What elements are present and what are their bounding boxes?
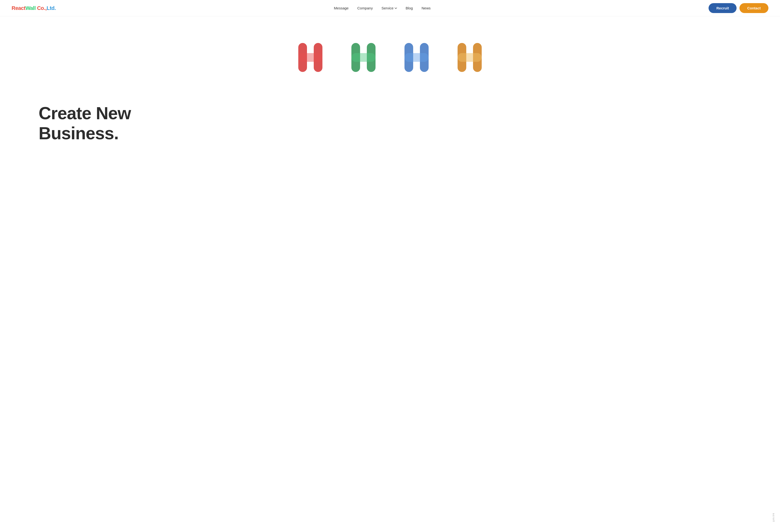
orange-bar-horiz <box>457 53 482 62</box>
main-content: Create New Business. <box>0 16 780 158</box>
chevron-down-icon <box>395 7 397 9</box>
contact-button[interactable]: Contact <box>739 3 768 13</box>
nav-message[interactable]: Message <box>334 6 349 10</box>
hero-line1: Create New <box>39 104 131 123</box>
logo-react: React <box>12 5 26 11</box>
blue-bar-horiz <box>404 53 429 62</box>
nav-news[interactable]: News <box>422 6 431 10</box>
hero-heading: Create New Business. <box>39 103 131 143</box>
green-h-icon <box>347 41 380 74</box>
logo-co: Co., <box>37 5 47 11</box>
logo-ltd: Ltd. <box>47 5 56 11</box>
red-bar-horiz <box>298 53 323 62</box>
logo-wall: Wall <box>26 5 36 11</box>
header-buttons: Recruit Contact <box>709 3 768 13</box>
green-bar-horiz <box>351 53 376 62</box>
icon-row <box>29 16 751 94</box>
header: ReactWall Co.,Ltd. Message Company Servi… <box>0 0 780 16</box>
nav-blog[interactable]: Blog <box>406 6 413 10</box>
red-h-icon <box>293 41 327 74</box>
hero-line2: Business. <box>39 124 118 143</box>
scroll-indicator: scroll <box>772 513 775 522</box>
blue-h-icon <box>400 41 433 74</box>
main-nav: Message Company Service Blog News <box>334 6 431 10</box>
recruit-button[interactable]: Recruit <box>709 3 737 13</box>
nav-service[interactable]: Service <box>382 6 397 10</box>
nav-company[interactable]: Company <box>357 6 373 10</box>
hero-text: Create New Business. <box>39 94 131 158</box>
logo[interactable]: ReactWall Co.,Ltd. <box>12 5 56 11</box>
orange-h-icon <box>453 41 487 74</box>
